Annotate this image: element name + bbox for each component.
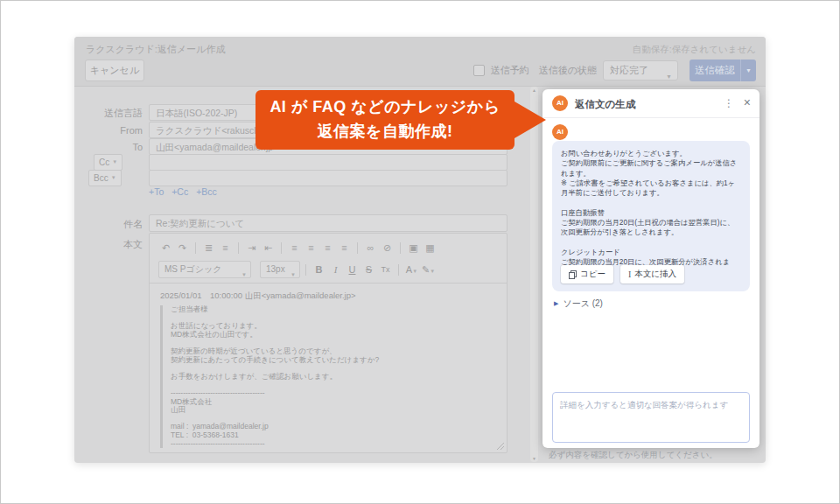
add-to-link[interactable]: +To xyxy=(149,186,164,197)
scroll-down-icon[interactable]: ▼ xyxy=(530,456,538,461)
post-send-status-select[interactable]: 対応完了 ▼ xyxy=(603,60,678,80)
quoted-mail-body: ご担当者様 お世話になっております。 MD株式会社の山田です。 契約更新の時期が… xyxy=(160,305,496,448)
chevron-down-icon: ▼ xyxy=(290,267,296,278)
window-header: ラクスクラウド:返信メール作成 自動保存:保存されていません キャンセル 送信予… xyxy=(74,37,766,87)
ai-reply-panel: AI 返信文の生成 ⋮ × AI お問い合わせありがとうございます。 ご契約期限… xyxy=(542,89,760,448)
video-icon[interactable]: ▦ xyxy=(423,242,438,254)
body-editor[interactable]: ↶ ↷ ≣ ≡ ⇥ ⇤ ≡ ≡ ≡ ≡ ∞ ⊘ ▣ ▦ MS Pゴシック ▼ xyxy=(149,233,508,453)
ai-answer-text: お問い合わせありがとうございます。 ご契約期限前にご更新に関するご案内メールが送… xyxy=(561,149,741,277)
sources-label: ソース (2) xyxy=(563,298,602,310)
bullet-list-icon[interactable]: ≡ xyxy=(218,242,233,253)
editor-content[interactable]: 2025/01/01 10:00:00 山田<yamada@maildealer… xyxy=(150,284,507,452)
ai-detail-input[interactable] xyxy=(552,392,750,443)
add-cc-link[interactable]: +Cc xyxy=(172,186,188,197)
copy-button[interactable]: コピー xyxy=(561,265,613,284)
send-reserve-label: 送信予約 xyxy=(491,64,529,77)
add-bcc-link[interactable]: +Bcc xyxy=(196,186,217,197)
align-right-icon[interactable]: ≡ xyxy=(320,242,335,253)
chevron-down-icon: ▼ xyxy=(112,159,117,164)
callout-arrow xyxy=(514,102,546,138)
subject-label: 件名 xyxy=(81,218,143,231)
editor-toolbar-row2: MS Pゴシック ▼ 13px ▼ B I U S Tx A▼ ✎▼ xyxy=(150,259,507,280)
align-left-icon[interactable]: ≡ xyxy=(287,242,302,253)
callout-line1: AI が FAQ などのナレッジから xyxy=(256,94,514,119)
font-size-select[interactable]: 13px ▼ xyxy=(260,261,300,278)
ai-usage-note: 必ず内容を確認してから使用してください。 xyxy=(549,450,718,461)
redo-icon[interactable]: ↷ xyxy=(175,242,190,254)
bold-icon[interactable]: B xyxy=(312,264,326,275)
clear-format-icon[interactable]: Tx xyxy=(378,265,393,274)
image-icon[interactable]: ▣ xyxy=(406,242,421,254)
unlink-icon[interactable]: ⊘ xyxy=(380,242,395,254)
cc-selector[interactable]: Cc▼ xyxy=(94,154,122,171)
italic-icon[interactable]: I xyxy=(328,264,343,275)
copy-icon xyxy=(569,270,577,279)
underline-icon[interactable]: U xyxy=(345,264,360,275)
justify-icon[interactable]: ≡ xyxy=(337,242,352,253)
chevron-down-icon: ▼ xyxy=(242,267,247,278)
to-label: To xyxy=(81,142,143,152)
editor-toolbar-row1: ↶ ↷ ≣ ≡ ⇥ ⇤ ≡ ≡ ≡ ≡ ∞ ⊘ ▣ ▦ xyxy=(150,237,507,258)
from-label: From xyxy=(81,125,143,136)
subject-input[interactable]: Re:契約更新について xyxy=(149,214,508,232)
undo-icon[interactable]: ↶ xyxy=(158,242,173,254)
ai-answer-bubble: お問い合わせありがとうございます。 ご契約期限前にご更新に関するご案内メールが送… xyxy=(552,141,750,291)
ai-panel-header: AI 返信文の生成 ⋮ × xyxy=(542,89,760,118)
window-title: ラクスクラウド:返信メール作成 xyxy=(86,43,225,56)
chevron-down-icon: ▼ xyxy=(666,67,672,86)
scroll-up-icon[interactable]: ▲ xyxy=(530,88,538,93)
ai-panel-title: 返信文の生成 xyxy=(575,98,635,111)
cancel-button[interactable]: キャンセル xyxy=(85,60,144,81)
align-center-icon[interactable]: ≡ xyxy=(304,242,318,253)
window-scrollbar[interactable]: ▲ ▼ xyxy=(530,87,538,462)
ai-message-badge-icon: AI xyxy=(552,124,568,140)
ordered-list-icon[interactable]: ≣ xyxy=(201,242,216,254)
font-family-select[interactable]: MS Pゴシック ▼ xyxy=(158,261,251,278)
highlight-icon[interactable]: ✎▼ xyxy=(421,264,436,276)
promo-callout: AI が FAQ などのナレッジから 返信案を自動作成! xyxy=(256,90,514,150)
close-icon[interactable]: × xyxy=(744,95,751,109)
body-label: 本文 xyxy=(81,238,143,251)
callout-line2: 返信案を自動作成! xyxy=(256,119,514,144)
ai-badge-icon: AI xyxy=(552,95,568,111)
link-icon[interactable]: ∞ xyxy=(363,242,378,253)
language-label: 送信言語 xyxy=(81,107,143,120)
chevron-down-icon: ▼ xyxy=(111,175,116,180)
quoted-mail-header: 2025/01/01 10:00:00 山田<yamada@maildealer… xyxy=(160,290,496,302)
send-reserve-checkbox[interactable] xyxy=(473,65,485,76)
insert-cursor-icon: I xyxy=(628,270,631,279)
triangle-right-icon: ▶ xyxy=(554,300,558,307)
bcc-input[interactable] xyxy=(149,170,508,186)
bcc-selector[interactable]: Bcc▼ xyxy=(88,170,122,186)
font-color-icon[interactable]: A▼ xyxy=(404,264,419,275)
indent-icon[interactable]: ⇥ xyxy=(244,242,259,254)
kebab-menu-icon[interactable]: ⋮ xyxy=(724,97,734,109)
sources-toggle[interactable]: ▶ ソース (2) xyxy=(554,298,603,310)
cc-input[interactable] xyxy=(149,154,508,171)
insert-body-button[interactable]: I 本文に挿入 xyxy=(620,265,684,284)
autosave-status: 自動保存:保存されていません xyxy=(633,44,756,56)
outdent-icon[interactable]: ⇤ xyxy=(261,242,276,254)
send-confirm-button[interactable]: 送信確認 xyxy=(690,60,740,81)
post-send-status-label: 送信後の状態 xyxy=(539,64,597,77)
send-options-arrow-button[interactable]: ▼ xyxy=(740,60,756,81)
strikethrough-icon[interactable]: S xyxy=(361,264,376,275)
